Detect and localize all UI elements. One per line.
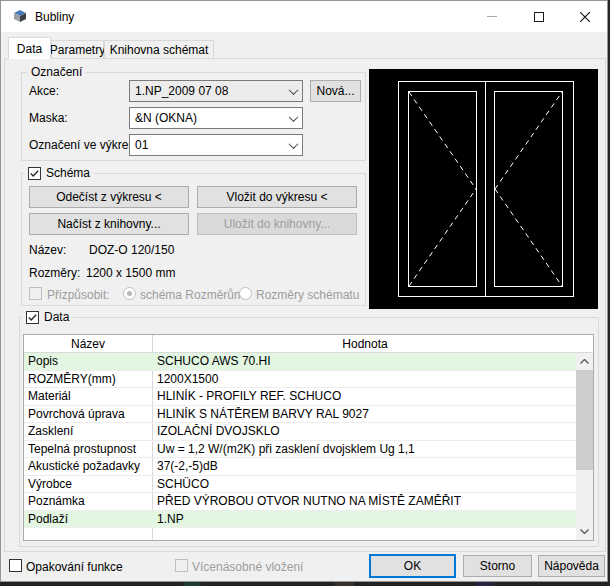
vlozit-do-vykresu-button[interactable]: Vložit do výkresu < <box>197 186 357 208</box>
checkmark-icon <box>29 168 40 179</box>
tab-data[interactable]: Data <box>8 37 51 59</box>
ok-button-label: OK <box>404 559 421 573</box>
minimize-button[interactable] <box>469 1 515 32</box>
checkmark-icon <box>27 312 38 323</box>
tab-parametry-label: Parametry <box>50 43 105 57</box>
rozmery-label: Rozměry: <box>29 266 80 280</box>
maximize-icon <box>534 12 544 22</box>
maska-combo-value: &N (OKNA) <box>130 111 284 125</box>
radio-rozmery-schematu <box>239 287 252 300</box>
titlebar[interactable]: Bubliny <box>1 1 607 32</box>
vicenasobne-vlozeni-label: Vícenásobné vložení <box>192 560 303 574</box>
header-nazev[interactable]: Název <box>24 337 152 351</box>
oznaceni-legend: Označení <box>27 65 86 79</box>
table-row[interactable]: MateriálHLINÍK - PROFILY REF. SCHUCO <box>24 388 576 406</box>
oznaceni-ve-vykresu-label: Označení ve výkresu: <box>29 138 144 152</box>
data-table-header[interactable]: Název Hodnota <box>24 335 593 353</box>
prizpusobit-label: Přizpůsobit: <box>47 288 110 302</box>
row-name: Zasklení <box>24 424 152 438</box>
close-button[interactable] <box>562 1 608 32</box>
ulozit-label: Uložit do knihovny... <box>224 217 331 231</box>
row-value: IZOLAČNÍ DVOJSKLO <box>152 424 576 438</box>
background-behind-dialog <box>0 582 610 586</box>
table-row[interactable]: ZaskleníIZOLAČNÍ DVOJSKLO <box>24 423 576 441</box>
tab-data-label: Data <box>17 42 42 56</box>
table-row[interactable]: Akustické požadavky37(-2,-5)dB <box>24 458 576 476</box>
table-row[interactable]: PoznámkaPŘED VÝROBOU OTVOR NUTNO NA MÍST… <box>24 493 576 511</box>
row-name: Materiál <box>24 389 152 403</box>
data-legend-wrap: Data <box>22 310 73 324</box>
nazev-label: Název: <box>29 243 66 257</box>
nacist-z-knihovny-button[interactable]: Načíst z knihovny... <box>29 213 189 235</box>
table-row[interactable]: PopisSCHUCO AWS 70.HI <box>24 353 576 371</box>
row-value: SCHUCO AWS 70.HI <box>152 354 576 368</box>
storno-button[interactable]: Storno <box>463 555 532 577</box>
header-hodnota[interactable]: Hodnota <box>153 337 577 351</box>
window-title: Bubliny <box>35 10 74 24</box>
odecist-label: Odečíst z výkresu < <box>56 190 162 204</box>
schema-preview <box>369 69 598 309</box>
data-table[interactable]: Název Hodnota PopisSCHUCO AWS 70.HIROZMĚ… <box>23 334 594 541</box>
storno-button-label: Storno <box>480 559 515 573</box>
scrollbar-thumb[interactable] <box>576 370 593 470</box>
scrollbar-up-button[interactable] <box>576 353 593 370</box>
chevron-down-icon[interactable] <box>284 88 302 95</box>
nova-button[interactable]: Nová... <box>310 80 361 102</box>
oznaceni-ve-vykresu-combo[interactable]: 01 <box>129 134 303 156</box>
data-legend: Data <box>44 310 69 324</box>
row-value: SCHÜCO <box>152 477 576 491</box>
row-value: 37(-2,-5)dB <box>152 459 576 473</box>
chevron-up-icon <box>580 359 589 364</box>
akce-combo-value: 1.NP_2009 07 08 <box>130 84 284 98</box>
opakovani-funkce-checkbox[interactable] <box>9 559 22 572</box>
chevron-down-icon[interactable] <box>284 142 302 149</box>
rozmery-value: 1200 x 1500 mm <box>86 266 175 280</box>
row-value: 1.NP <box>152 512 576 526</box>
row-name: ROZMĚRY(mm) <box>24 372 152 386</box>
napoveda-button[interactable]: Nápověda <box>538 555 605 577</box>
data-table-rows: PopisSCHUCO AWS 70.HIROZMĚRY(mm)1200X150… <box>24 353 576 528</box>
schema-legend-wrap: Schéma <box>24 166 94 180</box>
table-row[interactable]: Podlaží1.NP <box>24 511 576 529</box>
table-scrollbar[interactable] <box>576 353 593 540</box>
data-checkbox[interactable] <box>26 311 39 324</box>
table-row[interactable]: Povrchová úpravaHLINÍK S NÁTĚREM BARVY R… <box>24 406 576 424</box>
minimize-icon <box>487 16 497 18</box>
row-name: Tepelná prostupnost <box>24 442 152 456</box>
odecist-z-vykresu-button[interactable]: Odečíst z výkresu < <box>29 186 189 208</box>
maska-combo[interactable]: &N (OKNA) <box>129 107 303 129</box>
radio-schema-rozmerum <box>123 287 136 300</box>
row-name: Podlaží <box>24 512 152 526</box>
tab-parametry[interactable]: Parametry <box>51 40 104 59</box>
window-schematic-drawing <box>369 69 598 309</box>
nacist-label: Načíst z knihovny... <box>57 217 160 231</box>
napoveda-button-label: Nápověda <box>544 559 599 573</box>
radio-schema-rozmerum-label: schéma Rozměrům <box>140 288 244 302</box>
row-name: Poznámka <box>24 494 152 508</box>
vicenasobne-vlozeni-checkbox <box>175 559 188 572</box>
row-name: Popis <box>24 354 152 368</box>
tab-knihovna-schemat[interactable]: Knihovna schémat <box>104 40 214 59</box>
nazev-value: DOZ-O 120/150 <box>89 243 174 257</box>
chevron-down-icon[interactable] <box>284 115 302 122</box>
radio-rozmery-schematu-label: Rozměry schématu <box>256 288 359 302</box>
row-name: Akustické požadavky <box>24 459 152 473</box>
row-name: Povrchová úprava <box>24 407 152 421</box>
table-row[interactable]: Tepelná prostupnostUw = 1,2 W/(m2K) při … <box>24 441 576 459</box>
maximize-button[interactable] <box>516 1 562 32</box>
oznaceni-ve-vykresu-combo-value: 01 <box>130 138 284 152</box>
scrollbar-down-button[interactable] <box>576 523 593 540</box>
table-row[interactable]: VýrobceSCHÜCO <box>24 476 576 494</box>
ulozit-do-knihovny-button: Uložit do knihovny... <box>197 213 357 235</box>
schema-checkbox[interactable] <box>28 167 41 180</box>
akce-combo[interactable]: 1.NP_2009 07 08 <box>129 80 303 102</box>
opakovani-funkce-label: Opakování funkce <box>26 560 123 574</box>
table-row[interactable]: ROZMĚRY(mm)1200X1500 <box>24 371 576 389</box>
row-value: Uw = 1,2 W/(m2K) při zasklení dvojsklem … <box>152 442 576 456</box>
akce-label: Akce: <box>29 84 59 98</box>
row-value: 1200X1500 <box>152 372 576 386</box>
ok-button[interactable]: OK <box>369 554 456 578</box>
close-icon <box>580 12 590 22</box>
nova-button-label: Nová... <box>316 84 354 98</box>
bubliny-dialog: Bubliny Data Parametry Knihovna schémat <box>0 0 608 582</box>
